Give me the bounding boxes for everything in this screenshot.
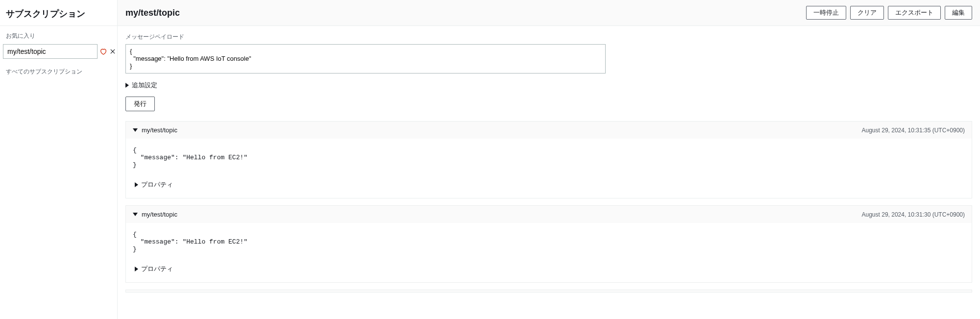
message-topic: my/test/topic <box>142 211 177 218</box>
main-body: メッセージペイロード { "message": "Hello from AWS … <box>118 26 980 306</box>
message-card: my/test/topic August 29, 2024, 10:31:35 … <box>125 121 972 198</box>
message-card: my/test/topic August 29, 2024, 10:31:30 … <box>125 205 972 283</box>
chevron-right-icon <box>125 83 129 88</box>
main-header: my/test/topic 一時停止 クリア エクスポート 編集 <box>118 0 980 26</box>
properties-label: プロパティ <box>141 180 173 189</box>
message-body: { "message": "Hello from EC2!" } プロパティ <box>126 139 972 198</box>
message-header[interactable]: my/test/topic August 29, 2024, 10:31:30 … <box>126 206 972 223</box>
publish-button[interactable]: 発行 <box>125 97 155 111</box>
message-card <box>125 290 972 293</box>
message-topic: my/test/topic <box>142 126 177 134</box>
pause-button[interactable]: 一時停止 <box>806 6 846 20</box>
all-subscriptions-label[interactable]: すべてのサブスクリプション <box>0 63 117 81</box>
payload-label: メッセージペイロード <box>125 33 972 41</box>
message-body: { "message": "Hello from EC2!" } プロパティ <box>126 223 972 282</box>
additional-settings-label: 追加設定 <box>132 81 157 90</box>
sidebar-title: サブスクリプション <box>0 0 117 26</box>
sidebar: サブスクリプション お気に入り すべてのサブスクリプション <box>0 0 118 319</box>
messages-list: my/test/topic August 29, 2024, 10:31:35 … <box>125 121 972 293</box>
favorites-label: お気に入り <box>0 26 117 44</box>
close-icon[interactable] <box>109 47 116 56</box>
message-timestamp: August 29, 2024, 10:31:30 (UTC+0900) <box>862 211 965 218</box>
chevron-down-icon <box>133 128 138 132</box>
chevron-right-icon <box>135 267 138 271</box>
clear-button[interactable]: クリア <box>850 6 884 20</box>
additional-settings-toggle[interactable]: 追加設定 <box>125 81 972 90</box>
topic-input[interactable] <box>3 44 98 59</box>
message-timestamp: August 29, 2024, 10:31:35 (UTC+0900) <box>862 127 965 134</box>
export-button[interactable]: エクスポート <box>888 6 941 20</box>
favorite-heart-icon[interactable] <box>99 47 107 56</box>
message-payload: { "message": "Hello from EC2!" } <box>133 231 965 253</box>
main: my/test/topic 一時停止 クリア エクスポート 編集 メッセージペイ… <box>118 0 980 319</box>
payload-textarea[interactable]: { "message": "Hello from AWS IoT console… <box>125 44 606 74</box>
header-buttons: 一時停止 クリア エクスポート 編集 <box>806 6 972 20</box>
properties-toggle[interactable]: プロパティ <box>133 261 965 279</box>
properties-label: プロパティ <box>141 265 173 273</box>
message-payload: { "message": "Hello from EC2!" } <box>133 147 965 169</box>
page-title: my/test/topic <box>125 8 180 18</box>
chevron-down-icon <box>133 213 138 216</box>
chevron-right-icon <box>135 182 138 187</box>
message-header[interactable]: my/test/topic August 29, 2024, 10:31:35 … <box>126 122 972 139</box>
topic-input-row <box>0 44 117 63</box>
properties-toggle[interactable]: プロパティ <box>133 176 965 195</box>
edit-button[interactable]: 編集 <box>945 6 972 20</box>
